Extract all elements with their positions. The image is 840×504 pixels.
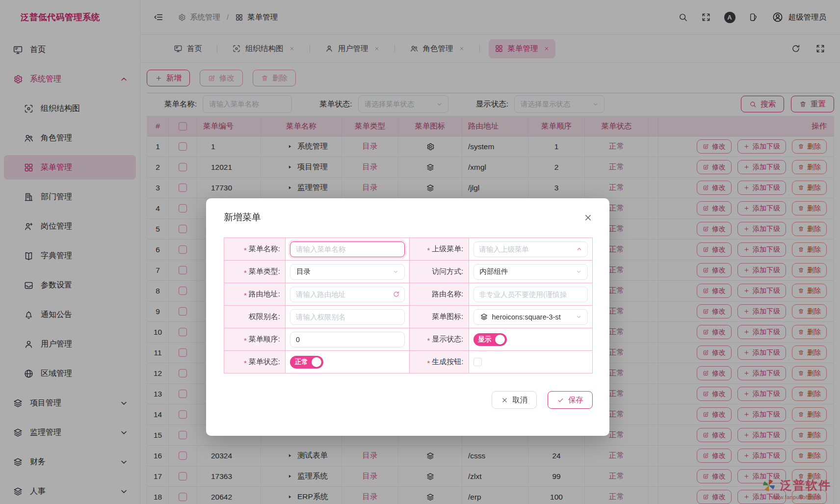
field-label-route-path: *路由地址:	[224, 283, 286, 306]
toggle-knob	[495, 335, 505, 345]
field-permission-alias	[286, 306, 410, 328]
display-status-toggle[interactable]: 显示	[473, 333, 507, 346]
chevron-up-icon[interactable]	[576, 245, 583, 253]
field-label-text: 权限别名:	[249, 312, 280, 321]
menu-name-input-wrap	[290, 241, 405, 257]
chevron-down-icon	[575, 313, 582, 320]
save-button[interactable]: 保存	[548, 391, 593, 409]
close-icon	[501, 397, 508, 404]
menu-type-select[interactable]: 目录	[290, 264, 405, 280]
cancel-button-label: 取消	[512, 395, 527, 405]
field-label-text: 上级菜单:	[432, 244, 463, 254]
route-path-input[interactable]	[290, 287, 405, 302]
field-menu-name	[286, 238, 410, 261]
menu-status-toggle[interactable]: 正常	[290, 356, 323, 369]
field-display-status: 显示	[469, 328, 593, 351]
menu-type-select-value: 目录	[296, 267, 392, 276]
field-route-path	[286, 283, 410, 306]
required-asterisk: *	[244, 336, 247, 345]
add-menu-form: *菜单名称:*上级菜单:*菜单类型:目录访问方式:内部组件*路由地址:路由名称:…	[224, 238, 593, 373]
field-label-text: 路由名称:	[432, 290, 463, 299]
field-generate-button	[469, 351, 593, 373]
access-mode-select[interactable]: 内部组件	[473, 264, 588, 280]
menu-icon-select[interactable]: heroicons:square-3-st	[473, 309, 588, 325]
field-label-parent-menu: *上级菜单:	[410, 238, 469, 261]
required-asterisk: *	[427, 246, 430, 254]
save-button-label: 保存	[568, 395, 583, 405]
parent-menu-input[interactable]	[473, 241, 588, 257]
field-label-menu-icon: 菜单图标:	[410, 306, 469, 328]
required-asterisk: *	[427, 336, 430, 345]
display-status-toggle-label: 显示	[478, 335, 492, 344]
field-label-menu-status: *菜单状态:	[224, 351, 286, 373]
modal-header: 新增菜单	[224, 211, 593, 224]
menu-icon-select-value: heroicons:square-3-st	[492, 313, 576, 321]
menu-order-input[interactable]	[290, 332, 405, 347]
field-label-text: 菜单类型:	[249, 267, 280, 276]
field-menu-order	[286, 328, 410, 351]
field-label-text: 路由地址:	[249, 290, 280, 299]
field-label-menu-name: *菜单名称:	[224, 238, 286, 261]
parent-menu-input-wrap	[473, 241, 588, 257]
field-label-display-status: *显示状态:	[410, 328, 469, 351]
field-label-generate-button: *生成按钮:	[410, 351, 469, 373]
field-access-mode: 内部组件	[469, 261, 593, 283]
required-asterisk: *	[244, 246, 247, 254]
menu-name-input[interactable]	[290, 241, 405, 257]
required-asterisk: *	[244, 359, 247, 367]
toggle-knob	[312, 357, 321, 367]
modal-close-icon[interactable]	[583, 213, 593, 222]
menu-status-toggle-label: 正常	[295, 358, 308, 367]
cancel-button[interactable]: 取消	[492, 391, 537, 409]
modal-title: 新增菜单	[224, 211, 261, 224]
layers-icon	[480, 313, 488, 321]
field-menu-icon: heroicons:square-3-st	[469, 306, 593, 328]
refresh-icon[interactable]	[393, 291, 400, 298]
field-label-text: 生成按钮:	[432, 357, 463, 367]
field-label-text: 访问方式:	[432, 267, 463, 276]
route-name-input[interactable]	[473, 287, 588, 302]
generate-button-checkbox[interactable]	[473, 358, 482, 366]
field-label-access-mode: 访问方式:	[410, 261, 469, 283]
check-icon	[557, 397, 564, 404]
field-label-route-name: 路由名称:	[410, 283, 469, 306]
field-label-menu-order: *菜单顺序:	[224, 328, 286, 351]
field-label-text: 菜单图标:	[432, 312, 463, 321]
field-label-text: 显示状态:	[432, 335, 463, 344]
field-menu-type: 目录	[286, 261, 410, 283]
field-menu-status: 正常	[286, 351, 410, 373]
chevron-down-icon	[392, 268, 399, 275]
modal-footer: 取消 保存	[224, 391, 593, 409]
menu-order-input-wrap	[290, 332, 405, 347]
permission-alias-input-wrap	[290, 309, 405, 325]
field-route-name	[469, 283, 593, 306]
field-label-text: 菜单状态:	[249, 357, 280, 367]
field-label-menu-type: *菜单类型:	[224, 261, 286, 283]
route-path-input-wrap	[290, 287, 405, 302]
field-label-text: 菜单顺序:	[249, 335, 280, 344]
field-label-text: 菜单名称:	[249, 244, 280, 254]
required-asterisk: *	[244, 268, 247, 277]
required-asterisk: *	[427, 359, 430, 367]
permission-alias-input[interactable]	[290, 309, 405, 325]
chevron-down-icon	[575, 268, 582, 275]
field-parent-menu	[469, 238, 593, 261]
required-asterisk: *	[244, 291, 247, 299]
add-menu-modal: 新增菜单 *菜单名称:*上级菜单:*菜单类型:目录访问方式:内部组件*路由地址:…	[206, 198, 609, 436]
access-mode-select-value: 内部组件	[480, 267, 576, 276]
field-label-permission-alias: 权限别名:	[224, 306, 286, 328]
route-name-input-wrap	[473, 287, 588, 302]
